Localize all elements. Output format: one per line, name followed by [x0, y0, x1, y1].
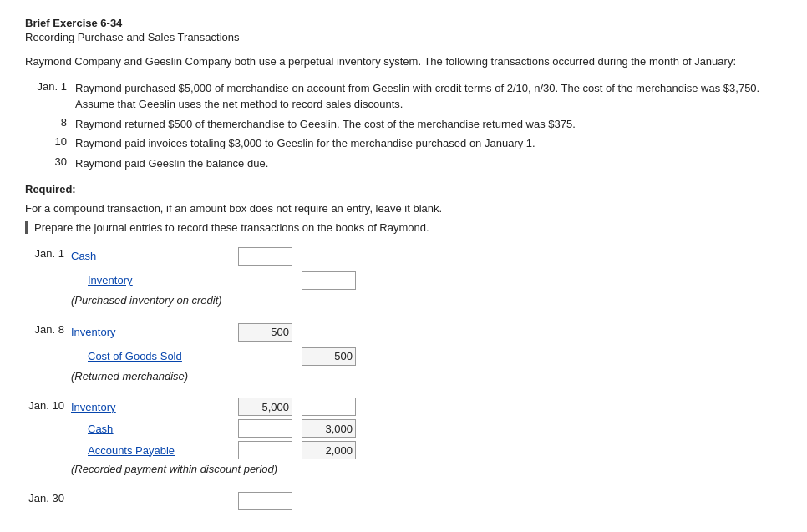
- transaction-date: 8: [25, 116, 75, 129]
- transaction-date: Jan. 1: [25, 80, 75, 93]
- instruction-1: For a compound transaction, if an amount…: [25, 202, 782, 215]
- empty-spacer: [302, 246, 356, 264]
- debit-input[interactable]: [238, 247, 292, 266]
- account-name[interactable]: Inventory: [71, 274, 238, 286]
- journal-note: (Returned merchandise): [71, 370, 782, 383]
- required-section: Required:: [25, 183, 782, 195]
- account-name[interactable]: Inventory: [71, 326, 238, 338]
- debit-input[interactable]: [238, 441, 292, 459]
- page-title: Brief Exercise 6-34: [25, 17, 782, 29]
- required-label: Required:: [25, 183, 76, 195]
- transaction-desc: Raymond paid invoices totaling $3,000 to…: [75, 135, 782, 152]
- transaction-row: 10Raymond paid invoices totaling $3,000 …: [25, 135, 782, 152]
- journal-lines: [71, 490, 782, 514]
- instruction-2: Prepare the journal entries to record th…: [25, 221, 782, 234]
- debit-value: 5,000: [238, 398, 292, 416]
- transaction-date: 10: [25, 135, 75, 148]
- transaction-desc: Raymond paid Geeslin the balance due.: [75, 155, 782, 172]
- empty-spacer: [302, 490, 356, 509]
- account-name[interactable]: Cost of Goods Sold: [71, 350, 238, 362]
- empty-spacer: [238, 346, 292, 364]
- page-subtitle: Recording Purchase and Sales Transaction…: [25, 31, 782, 43]
- credit-input[interactable]: [302, 398, 356, 416]
- credit-input[interactable]: [302, 271, 356, 290]
- journal-lines: Inventory5,000Cash3,000Accounts Payable2…: [71, 398, 782, 475]
- empty-spacer: [302, 322, 356, 340]
- journal-note: (Purchased inventory on credit): [71, 294, 782, 307]
- transaction-row: 30Raymond paid Geeslin the balance due.: [25, 155, 782, 172]
- journal-line: Cash3,000: [71, 419, 782, 438]
- journal-lines: CashInventory(Purchased inventory on cre…: [71, 246, 782, 307]
- credit-value: 500: [302, 347, 356, 366]
- credit-value: 2,000: [302, 441, 356, 459]
- journal-entry: Jan. 8Inventory500Cost of Goods Sold500(…: [25, 322, 782, 383]
- debit-value: 500: [238, 323, 292, 342]
- journal-note: (Recorded payment within discount period…: [71, 463, 782, 475]
- debit-input[interactable]: [238, 492, 292, 510]
- journal-entry: Jan. 10Inventory5,000Cash3,000Accounts P…: [25, 398, 782, 475]
- transaction-row: 8Raymond returned $500 of themerchandise…: [25, 116, 782, 133]
- journal-line: Cash: [71, 246, 782, 266]
- debit-input[interactable]: [238, 419, 292, 438]
- transaction-date: 30: [25, 155, 75, 168]
- journal-line: Cost of Goods Sold500: [71, 346, 782, 367]
- transaction-row: Jan. 1Raymond purchased $5,000 of mercha…: [25, 80, 782, 113]
- journal-lines: Inventory500Cost of Goods Sold500(Return…: [71, 322, 782, 383]
- journal-entry: Jan. 30: [25, 490, 782, 514]
- journal-entry-date: Jan. 8: [25, 322, 71, 336]
- intro-text: Raymond Company and Geeslin Company both…: [25, 53, 782, 70]
- account-name[interactable]: Inventory: [71, 401, 238, 413]
- account-name[interactable]: Accounts Payable: [71, 444, 238, 457]
- transaction-desc: Raymond returned $500 of themerchandise …: [75, 116, 782, 133]
- transaction-desc: Raymond purchased $5,000 of merchandise …: [75, 80, 782, 113]
- journal-entry-date: Jan. 30: [25, 490, 71, 504]
- journal-line: Inventory5,000: [71, 398, 782, 416]
- account-name[interactable]: Cash: [71, 423, 238, 435]
- journal-line: Accounts Payable2,000: [71, 441, 782, 459]
- empty-spacer: [238, 270, 292, 288]
- journal-line: Inventory500: [71, 322, 782, 342]
- journal-line: Inventory: [71, 270, 782, 291]
- credit-value: 3,000: [302, 419, 356, 438]
- journal-section: Jan. 1CashInventory(Purchased inventory …: [25, 246, 782, 514]
- journal-entry-date: Jan. 1: [25, 246, 71, 260]
- journal-entry: Jan. 1CashInventory(Purchased inventory …: [25, 246, 782, 307]
- journal-line: [71, 490, 782, 511]
- account-name[interactable]: Cash: [71, 250, 238, 262]
- transactions-list: Jan. 1Raymond purchased $5,000 of mercha…: [25, 80, 782, 172]
- journal-entry-date: Jan. 10: [25, 398, 71, 412]
